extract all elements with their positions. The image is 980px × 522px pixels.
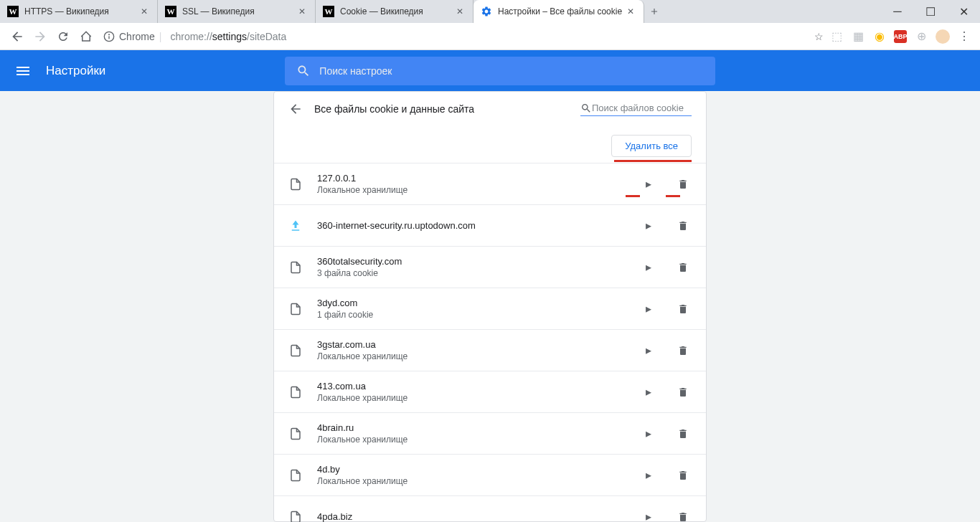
chevron-right-icon[interactable]: ▸ <box>641 468 656 482</box>
maximize-button[interactable]: ☐ <box>914 0 947 23</box>
site-name: 4d.by <box>317 464 641 475</box>
search-icon <box>580 103 592 114</box>
document-icon <box>288 427 303 441</box>
trash-icon[interactable] <box>677 262 692 273</box>
trash-icon[interactable] <box>677 386 692 398</box>
star-icon[interactable]: ☆ <box>814 31 824 42</box>
back-arrow-icon[interactable] <box>288 102 303 116</box>
close-icon[interactable]: ✕ <box>625 6 636 17</box>
site-row[interactable]: 4pda.biz▸ <box>274 495 706 522</box>
adblock-icon[interactable]: ABP <box>894 30 907 43</box>
delete-all-row: Удалить все <box>274 126 706 163</box>
trash-icon[interactable] <box>677 345 692 356</box>
site-row[interactable]: 127.0.0.1Локальное хранилище▸ <box>274 163 706 204</box>
secure-label: Chrome <box>119 31 155 42</box>
back-button[interactable] <box>6 25 29 48</box>
site-row[interactable]: 360totalsecurity.com3 файла cookie▸ <box>274 246 706 288</box>
reload-button[interactable] <box>52 25 75 48</box>
annotation-underline <box>666 195 680 197</box>
extension-icon[interactable]: ◉ <box>872 29 887 44</box>
close-icon[interactable]: ✕ <box>138 6 150 17</box>
chevron-right-icon[interactable]: ▸ <box>641 510 656 522</box>
wikipedia-icon: W <box>323 6 334 17</box>
window-titlebar: W HTTPS — Википедия ✕ W SSL — Википедия … <box>0 0 980 23</box>
browser-tab-active[interactable]: Настройки – Все файлы cookie ✕ <box>473 0 644 23</box>
home-button[interactable] <box>75 25 98 48</box>
close-window-button[interactable]: ✕ <box>947 0 980 23</box>
site-row[interactable]: 413.com.uaЛокальное хранилище▸ <box>274 371 706 412</box>
browser-tab[interactable]: W Cookie — Википедия ✕ <box>316 0 473 23</box>
cookie-search-input[interactable] <box>592 103 685 113</box>
svg-rect-2 <box>108 36 109 39</box>
trash-icon[interactable] <box>677 303 692 315</box>
chevron-right-icon[interactable]: ▸ <box>641 427 656 440</box>
address-bar[interactable]: Chrome | chrome://settings/siteData ☆ <box>103 27 824 47</box>
extension-icon[interactable]: ▦ <box>851 29 865 44</box>
document-icon <box>288 260 303 275</box>
close-icon[interactable]: ✕ <box>454 6 466 17</box>
document-icon <box>288 385 303 399</box>
site-info: 360-internet-security.ru.uptodown.com <box>317 220 641 231</box>
site-desc: Локальное хранилище <box>317 435 641 445</box>
site-desc: Локальное хранилище <box>317 185 641 195</box>
minimize-button[interactable]: ─ <box>881 0 914 23</box>
tab-title: HTTPS — Википедия <box>24 6 136 16</box>
site-row[interactable]: 4brain.ruЛокальное хранилище▸ <box>274 412 706 454</box>
trash-icon[interactable] <box>677 470 692 481</box>
tab-title: Cookie — Википедия <box>340 6 451 16</box>
card-header: Все файлы cookie и данные сайта <box>274 92 706 126</box>
chevron-right-icon[interactable]: ▸ <box>641 177 656 191</box>
site-data-card: Все файлы cookie и данные сайта Удалить … <box>273 91 707 522</box>
site-name: 127.0.0.1 <box>317 173 641 184</box>
chevron-right-icon[interactable]: ▸ <box>641 343 656 357</box>
site-name: 360-internet-security.ru.uptodown.com <box>317 220 641 231</box>
search-icon <box>296 64 311 78</box>
browser-tab[interactable]: W HTTPS — Википедия ✕ <box>0 0 158 23</box>
settings-header: Настройки <box>0 50 980 91</box>
trash-icon[interactable] <box>677 179 692 190</box>
document-icon <box>288 302 303 316</box>
new-tab-button[interactable] <box>644 0 664 23</box>
site-info: 3dyd.com1 файл cookie <box>317 298 641 320</box>
forward-button[interactable] <box>29 25 52 48</box>
svg-rect-3 <box>292 229 300 231</box>
document-icon <box>288 510 303 523</box>
site-row[interactable]: 4d.byЛокальное хранилище▸ <box>274 454 706 495</box>
tab-title: Настройки – Все файлы cookie <box>498 6 622 16</box>
site-name: 360totalsecurity.com <box>317 256 641 267</box>
menu-icon[interactable]: ⋮ <box>957 29 971 44</box>
chevron-right-icon[interactable]: ▸ <box>641 260 656 274</box>
wikipedia-icon: W <box>7 6 19 17</box>
cookie-search[interactable] <box>580 103 692 116</box>
chevron-right-icon[interactable]: ▸ <box>641 219 656 232</box>
window-controls: ─ ☐ ✕ <box>881 0 980 23</box>
site-info-icon[interactable]: Chrome | <box>103 31 161 42</box>
browser-tab[interactable]: W SSL — Википедия ✕ <box>158 0 316 23</box>
annotation-underline <box>614 160 692 162</box>
gear-icon <box>481 6 492 17</box>
site-info: 127.0.0.1Локальное хранилище <box>317 173 641 195</box>
chevron-right-icon[interactable]: ▸ <box>641 302 656 315</box>
site-row[interactable]: 360-internet-security.ru.uptodown.com▸ <box>274 204 706 246</box>
site-row[interactable]: 3gstar.com.uaЛокальное хранилище▸ <box>274 329 706 371</box>
document-icon <box>288 219 303 233</box>
site-info: 4d.byЛокальное хранилище <box>317 464 641 486</box>
site-desc: 1 файл cookie <box>317 310 641 320</box>
menu-icon[interactable] <box>14 62 32 80</box>
trash-icon[interactable] <box>677 220 692 232</box>
settings-search[interactable] <box>285 57 715 85</box>
site-info: 4pda.biz <box>317 511 641 522</box>
profile-icon[interactable] <box>936 29 950 44</box>
extension-icon[interactable]: ⊕ <box>914 29 928 44</box>
settings-search-input[interactable] <box>319 65 704 77</box>
trash-icon[interactable] <box>677 428 692 440</box>
delete-all-button[interactable]: Удалить все <box>611 135 692 157</box>
chevron-right-icon[interactable]: ▸ <box>641 385 656 399</box>
tab-strip: W HTTPS — Википедия ✕ W SSL — Википедия … <box>0 0 881 23</box>
site-row[interactable]: 3dyd.com1 файл cookie▸ <box>274 288 706 329</box>
close-icon[interactable]: ✕ <box>296 6 308 17</box>
extension-icon[interactable]: ⬚ <box>829 29 844 44</box>
document-icon <box>288 468 303 483</box>
site-desc: 3 файла cookie <box>317 268 641 278</box>
trash-icon[interactable] <box>677 511 692 523</box>
